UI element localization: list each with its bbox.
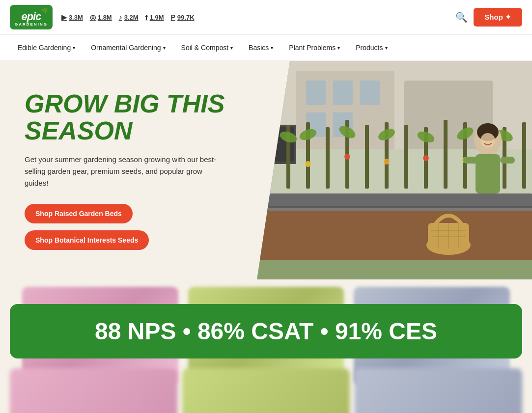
svg-rect-52	[476, 154, 500, 193]
main-nav: Edible Gardening ▾ Ornamental Gardening …	[0, 35, 532, 61]
svg-rect-53	[463, 157, 478, 164]
chevron-down-icon: ▾	[230, 45, 233, 51]
product-card-bottom-3[interactable]	[355, 368, 522, 413]
pinterest-icon: P	[171, 13, 175, 21]
svg-rect-18	[404, 125, 408, 189]
instagram-icon: ◎	[90, 13, 96, 21]
nav-basics[interactable]: Basics ▾	[241, 35, 281, 60]
shop-button[interactable]: Shop ✦	[474, 8, 522, 27]
social-instagram[interactable]: ◎ 1.8M	[90, 13, 112, 21]
social-pinterest[interactable]: P 99.7K	[171, 13, 195, 21]
garden-scene-svg	[257, 61, 532, 260]
svg-rect-5	[333, 81, 353, 105]
nav-edible-gardening[interactable]: Edible Gardening ▾	[10, 35, 83, 60]
hero-section: GROW BIG THIS SEASON Get your summer gar…	[0, 61, 532, 279]
svg-point-35	[344, 154, 350, 160]
svg-point-33	[266, 156, 272, 162]
chevron-down-icon: ▾	[337, 45, 340, 51]
svg-rect-42	[257, 211, 532, 260]
nav-products[interactable]: Products ▾	[348, 35, 395, 60]
svg-rect-41	[257, 208, 532, 211]
svg-rect-6	[360, 81, 380, 105]
header: 🌿 epic GARDENING ▶ 3.3M ◎ 1.8M ♪ 3.2M f …	[0, 0, 532, 35]
shop-botanical-seeds-button[interactable]: Shop Botanical Interests Seeds	[25, 230, 149, 250]
svg-point-34	[305, 161, 311, 167]
svg-rect-16	[365, 125, 369, 189]
youtube-count: 3.3M	[69, 14, 83, 21]
instagram-count: 1.8M	[98, 14, 112, 21]
product-row-bottom	[10, 368, 522, 413]
svg-rect-54	[500, 157, 515, 164]
svg-rect-20	[444, 120, 448, 189]
svg-point-55	[480, 133, 495, 148]
facebook-count: 1.9M	[150, 14, 164, 21]
social-youtube[interactable]: ▶ 3.3M	[61, 13, 83, 21]
tiktok-count: 3.2M	[124, 14, 139, 21]
svg-point-25	[258, 133, 279, 150]
chevron-down-icon: ▾	[271, 45, 273, 51]
svg-rect-14	[326, 127, 330, 189]
svg-point-37	[423, 155, 429, 161]
product-card-bottom-2[interactable]	[182, 368, 350, 413]
chevron-down-icon: ▾	[163, 45, 166, 51]
header-right: 🔍 Shop ✦	[455, 8, 522, 27]
hero-image	[257, 61, 532, 279]
product-card-bottom-1[interactable]	[10, 368, 177, 413]
stats-text: 88 NPS • 86% CSAT • 91% CES	[95, 318, 437, 345]
logo[interactable]: 🌿 epic GARDENING	[10, 5, 53, 29]
hero-description: Get your summer gardening season growing…	[25, 154, 221, 189]
stats-section: 88 NPS • 86% CSAT • 91% CES	[0, 279, 532, 413]
tiktok-icon: ♪	[119, 13, 122, 21]
social-links: ▶ 3.3M ◎ 1.8M ♪ 3.2M f 1.9M P 99.7K	[61, 13, 195, 22]
nav-soil-compost[interactable]: Soil & Compost ▾	[173, 35, 241, 60]
social-facebook[interactable]: f 1.9M	[145, 13, 164, 22]
svg-rect-11	[267, 130, 271, 189]
pinterest-count: 99.7K	[177, 14, 195, 21]
svg-rect-4	[306, 81, 326, 105]
logo-gardening-text: GARDENING	[15, 22, 48, 27]
shop-raised-beds-button[interactable]: Shop Raised Garden Beds	[25, 204, 133, 223]
nav-ornamental-gardening[interactable]: Ornamental Gardening ▾	[83, 35, 173, 60]
hero-buttons: Shop Raised Garden Beds Shop Botanical I…	[25, 204, 236, 250]
hero-content: GROW BIG THIS SEASON Get your summer gar…	[0, 61, 255, 279]
chevron-down-icon: ▾	[385, 45, 388, 51]
svg-point-36	[384, 159, 390, 165]
search-button[interactable]: 🔍	[455, 11, 468, 23]
youtube-icon: ▶	[61, 13, 67, 21]
hero-title: GROW BIG THIS SEASON	[25, 90, 236, 144]
chevron-down-icon: ▾	[73, 45, 75, 51]
stats-bar: 88 NPS • 86% CSAT • 91% CES	[10, 304, 522, 358]
facebook-icon: f	[145, 13, 148, 22]
svg-rect-24	[522, 122, 526, 189]
social-tiktok[interactable]: ♪ 3.2M	[119, 13, 139, 21]
nav-plant-problems[interactable]: Plant Problems ▾	[281, 35, 348, 60]
header-left: 🌿 epic GARDENING ▶ 3.3M ◎ 1.8M ♪ 3.2M f …	[10, 5, 195, 29]
search-icon: 🔍	[455, 12, 468, 23]
